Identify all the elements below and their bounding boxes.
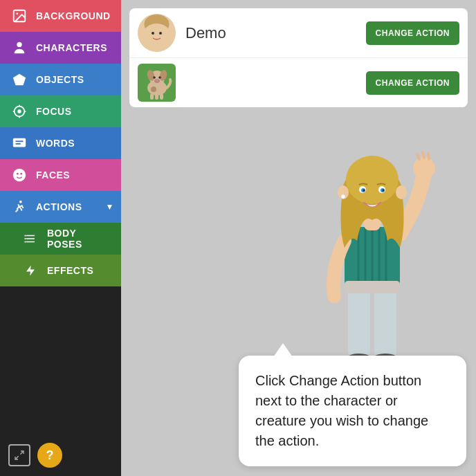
svg-rect-10 [13, 138, 26, 147]
sidebar-item-characters[interactable]: CHARACTERS [0, 32, 121, 64]
sidebar-item-label: CHARACTERS [36, 42, 107, 53]
svg-point-1 [16, 12, 18, 15]
run-icon [10, 197, 29, 217]
sidebar-item-label: FACES [36, 170, 70, 181]
character-avatar-dog [138, 64, 176, 102]
svg-point-70 [341, 194, 345, 199]
help-button[interactable]: ? [37, 443, 62, 468]
svg-rect-44 [348, 282, 370, 358]
change-action-button-dog[interactable]: CHANGE ACTION [366, 71, 459, 95]
character-illustration [296, 130, 448, 386]
sidebar-bottom: ? [0, 434, 121, 476]
sidebar-item-label: FOCUS [36, 106, 72, 117]
svg-point-31 [159, 32, 162, 35]
sidebar-item-label: BODY POSES [47, 228, 111, 250]
svg-rect-41 [155, 93, 158, 100]
expand-button[interactable] [8, 444, 30, 466]
change-action-button-demo[interactable]: CHANGE ACTION [366, 21, 459, 45]
sidebar-item-background[interactable]: BACKGROUND [0, 0, 121, 32]
sidebar-item-words[interactable]: WORDS [0, 127, 121, 159]
crosshair-icon [10, 102, 29, 121]
sidebar-item-faces[interactable]: FACES [0, 159, 121, 191]
main-content: Demo CHANGE ACTION [121, 0, 476, 476]
face-icon [10, 165, 29, 185]
sidebar-item-objects[interactable]: OBJECTS [0, 64, 121, 95]
svg-point-23 [24, 241, 26, 242]
svg-point-14 [17, 173, 19, 175]
comment-icon [10, 134, 29, 153]
svg-point-9 [18, 110, 21, 113]
character-avatar-demo [138, 14, 176, 52]
sidebar: BACKGROUND CHARACTERS OBJECTS [0, 0, 121, 476]
sidebar-item-label: EFFECTS [47, 265, 93, 276]
svg-point-30 [152, 32, 154, 35]
pentagon-icon [10, 70, 29, 89]
svg-line-57 [423, 152, 424, 158]
svg-point-29 [143, 24, 171, 46]
svg-point-43 [151, 86, 156, 92]
svg-point-2 [17, 42, 21, 47]
svg-marker-24 [26, 266, 35, 276]
svg-rect-45 [374, 282, 396, 358]
sidebar-item-body-poses[interactable]: BODY POSES [0, 223, 121, 255]
sidebar-item-effects[interactable]: EFFECTS [0, 255, 121, 286]
svg-rect-42 [160, 93, 163, 100]
svg-point-67 [383, 190, 385, 192]
sidebar-item-label: BACKGROUND [36, 10, 111, 21]
svg-point-13 [13, 169, 26, 181]
svg-point-69 [396, 185, 407, 199]
tooltip-bubble: Click Change Action button next to the c… [239, 356, 466, 466]
svg-line-25 [20, 451, 24, 455]
svg-point-21 [24, 235, 26, 236]
svg-line-17 [16, 210, 19, 212]
sidebar-item-label: OBJECTS [36, 74, 84, 85]
character-name-demo: Demo [185, 24, 366, 42]
character-row-demo: Demo CHANGE ACTION [129, 8, 468, 58]
character-panel: Demo CHANGE ACTION [129, 8, 468, 107]
chevron-down-icon: ▼ [106, 202, 114, 212]
image-icon [10, 6, 29, 26]
sidebar-item-label: WORDS [36, 138, 75, 149]
svg-point-22 [24, 238, 26, 239]
sidebar-item-actions[interactable]: ACTIONS ▼ [0, 191, 121, 223]
svg-point-37 [158, 76, 161, 79]
person-icon [10, 38, 29, 57]
svg-point-55 [413, 157, 435, 179]
svg-marker-3 [13, 74, 26, 86]
svg-point-39 [156, 79, 158, 82]
svg-point-61 [346, 156, 399, 204]
bolt-icon [21, 261, 40, 280]
svg-line-26 [15, 456, 19, 459]
sidebar-item-label: ACTIONS [36, 201, 82, 212]
svg-point-16 [19, 201, 22, 203]
svg-line-56 [417, 154, 419, 159]
character-row-dog: CHANGE ACTION [129, 58, 468, 107]
svg-point-66 [363, 190, 365, 192]
tooltip-text: Click Change Action button next to the c… [255, 373, 428, 448]
help-label: ? [46, 448, 54, 463]
svg-point-15 [20, 173, 22, 175]
svg-line-58 [428, 154, 429, 159]
sidebar-item-focus[interactable]: FOCUS [0, 95, 121, 127]
svg-rect-40 [150, 93, 154, 100]
list-icon [21, 229, 40, 248]
svg-rect-54 [345, 281, 400, 293]
svg-point-36 [153, 76, 156, 79]
